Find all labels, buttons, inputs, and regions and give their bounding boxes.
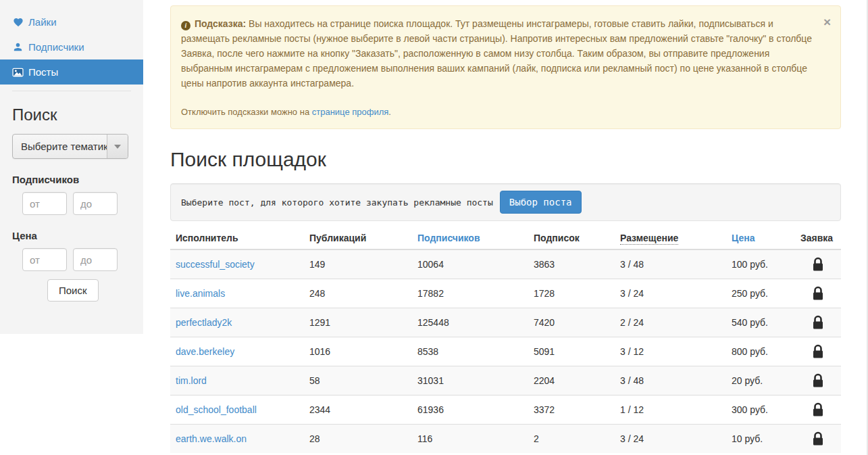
post-select-text: Выберите пост, для которого хотите закуп…	[181, 197, 493, 208]
table-row: perfectlady2k129112544874202 / 24540 руб…	[170, 308, 841, 337]
performer-cell: earth.we.walk.on	[170, 425, 304, 454]
subscriptions-cell: 2	[528, 425, 615, 454]
platforms-table-body: successful_society1491006438633 / 48100 …	[170, 249, 841, 453]
sidebar-item-likes[interactable]: Лайки	[0, 9, 143, 34]
topic-select-value: Выберите тематику	[13, 141, 107, 152]
performer-link[interactable]: dave.berkeley	[176, 346, 234, 357]
performer-link[interactable]: tim.lord	[176, 375, 207, 386]
subscribers-cell: 116	[412, 425, 528, 454]
lock-icon	[800, 315, 836, 330]
placement-cell: 3 / 48	[615, 366, 726, 396]
price-cell: 540 руб.	[726, 308, 795, 337]
price-cell: 20 руб.	[726, 366, 795, 396]
table-row: dave.berkeley1016853850913 / 12800 руб.	[170, 337, 841, 366]
choose-post-button[interactable]: Выбор поста	[500, 191, 582, 214]
table-row: old_school_football23446193633721 / 1230…	[170, 396, 841, 425]
header-subscribers: Подписчиков	[412, 227, 528, 249]
price-cell: 100 руб.	[726, 249, 795, 279]
header-publications: Публикаций	[304, 227, 412, 249]
placement-cell: 2 / 24	[615, 308, 726, 337]
page-title: Поиск площадок	[170, 148, 841, 171]
performer-link[interactable]: perfectlady2k	[176, 317, 232, 328]
request-cell	[795, 249, 841, 279]
sidebar-item-posts[interactable]: Посты	[0, 59, 143, 85]
sidebar-item-subscribers[interactable]: Подписчики	[0, 34, 143, 59]
request-cell	[795, 337, 841, 366]
lock-icon	[800, 373, 836, 388]
performer-link[interactable]: old_school_football	[176, 404, 257, 415]
table-header-row: Исполнитель Публикаций Подписчиков Подпи…	[170, 227, 841, 249]
subscribers-cell: 31031	[412, 366, 528, 396]
topic-select[interactable]: Выберите тематику	[12, 134, 128, 159]
placement-cell: 3 / 24	[615, 279, 726, 308]
performer-cell: live.animals	[170, 279, 304, 308]
subscriptions-cell: 7420	[528, 308, 615, 337]
subscribers-to-input[interactable]	[73, 192, 118, 215]
subscriptions-cell: 2204	[528, 366, 615, 396]
lock-icon	[800, 431, 836, 446]
performer-cell: perfectlady2k	[170, 308, 304, 337]
subscribers-cell: 125448	[412, 308, 528, 337]
hint-alert: × i Подсказка: Вы находитесь на странице…	[170, 5, 841, 129]
hint-alert-title: Подсказка:	[195, 18, 246, 29]
table-row: tim.lord583103122043 / 4820 руб.	[170, 366, 841, 396]
price-to-input[interactable]	[73, 248, 118, 271]
sidebar-item-label: Лайки	[28, 16, 57, 28]
price-cell: 250 руб.	[726, 279, 795, 308]
subscriptions-cell: 5091	[528, 337, 615, 366]
lock-icon	[800, 257, 836, 272]
user-icon	[12, 41, 24, 53]
sidebar: Лайки Подписчики Посты Поиск Выберите те…	[0, 0, 143, 334]
publications-cell: 149	[304, 249, 412, 279]
profile-page-link[interactable]: странице профиля	[312, 107, 389, 117]
subscribers-from-input[interactable]	[22, 192, 67, 215]
request-cell	[795, 396, 841, 425]
publications-cell: 58	[304, 366, 412, 396]
lock-icon	[800, 286, 836, 301]
subscribers-cell: 8538	[412, 337, 528, 366]
price-from-input[interactable]	[22, 248, 67, 271]
publications-cell: 1291	[304, 308, 412, 337]
price-cell: 300 руб.	[726, 396, 795, 425]
price-range	[0, 241, 143, 271]
subscribers-range	[0, 185, 143, 215]
picture-icon	[12, 66, 24, 78]
close-icon[interactable]: ×	[823, 18, 831, 27]
sidebar-nav: Лайки Подписчики Посты	[0, 0, 143, 85]
publications-cell: 1016	[304, 337, 412, 366]
hint-alert-text: i Подсказка: Вы находитесь на странице п…	[181, 16, 819, 91]
header-price: Цена	[726, 227, 795, 249]
platforms-table: Исполнитель Публикаций Подписчиков Подпи…	[170, 227, 841, 453]
header-price-sort-link[interactable]: Цена	[732, 233, 755, 243]
post-select-bar: Выберите пост, для которого хотите закуп…	[170, 183, 841, 221]
placement-cell: 1 / 12	[615, 396, 726, 425]
request-cell	[795, 425, 841, 454]
price-cell: 800 руб.	[726, 337, 795, 366]
sidebar-search-title: Поиск	[0, 91, 143, 124]
header-placement: Размещение	[615, 227, 726, 249]
performer-link[interactable]: successful_society	[176, 259, 255, 270]
subscriptions-cell: 3863	[528, 249, 615, 279]
header-request: Заявка	[795, 227, 841, 249]
publications-cell: 248	[304, 279, 412, 308]
performer-cell: tim.lord	[170, 366, 304, 396]
chevron-down-icon	[107, 135, 128, 158]
subscribers-filter-label: Подписчиков	[0, 159, 143, 185]
subscribers-cell: 17882	[412, 279, 528, 308]
placement-cell: 3 / 24	[615, 425, 726, 454]
performer-link[interactable]: live.animals	[176, 288, 225, 299]
placement-cell: 3 / 48	[615, 249, 726, 279]
header-subscriptions: Подписок	[528, 227, 615, 249]
table-row: live.animals2481788217283 / 24250 руб.	[170, 279, 841, 308]
performer-link[interactable]: earth.we.walk.on	[176, 433, 247, 444]
lock-icon	[800, 402, 836, 417]
header-subscribers-sort-link[interactable]: Подписчиков	[417, 233, 480, 243]
subscribers-cell: 61936	[412, 396, 528, 425]
hint-alert-footer: Отключить подсказки можно на странице пр…	[181, 105, 819, 120]
subscribers-cell: 10064	[412, 249, 528, 279]
sidebar-item-label: Посты	[28, 66, 58, 78]
search-button[interactable]: Поиск	[47, 279, 99, 302]
performer-cell: old_school_football	[170, 396, 304, 425]
lock-icon	[800, 344, 836, 359]
request-cell	[795, 279, 841, 308]
